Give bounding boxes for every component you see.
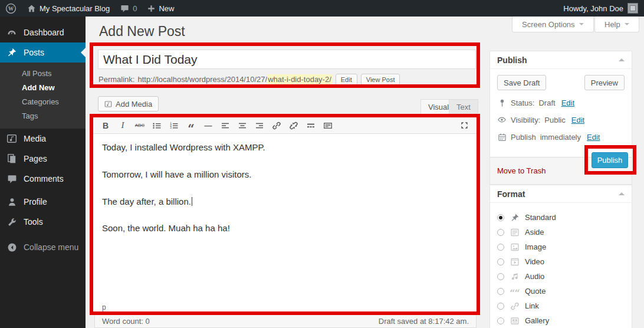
sidebar-item-label: Collapse menu [24, 242, 78, 252]
plus-icon [147, 5, 155, 12]
edit-status-link[interactable]: Edit [561, 99, 574, 107]
format-option-video[interactable]: Video [497, 254, 625, 269]
page-title: Add New Post [99, 24, 185, 40]
strikethrough-button[interactable]: ABC [133, 119, 146, 132]
move-to-trash-link[interactable]: Move to Trash [497, 166, 546, 175]
format-panel-body: Standard Aside Image Video [490, 203, 632, 328]
bulleted-list-button[interactable] [150, 119, 163, 132]
collapse-menu-button[interactable]: Collapse menu [0, 237, 86, 257]
format-option-standard[interactable]: Standard [497, 210, 625, 225]
submenu-categories[interactable]: Categories [0, 95, 86, 109]
preview-button[interactable]: Preview [584, 75, 625, 90]
help-button[interactable]: Help [594, 17, 639, 32]
sidebar-item-posts[interactable]: Posts [0, 42, 86, 63]
format-option-label: Link [525, 301, 539, 310]
format-option-link[interactable]: Link [497, 299, 625, 313]
publish-panel-header[interactable]: Publish [490, 51, 632, 69]
editor-paragraph: Tomorrow, I will have a million visitors… [102, 168, 468, 181]
wordpress-logo-menu[interactable]: W [0, 0, 22, 17]
pushpin-icon [6, 47, 18, 58]
howdy-account-menu[interactable]: Howdy, John Doe [563, 4, 623, 13]
insert-link-button[interactable] [270, 119, 283, 132]
italic-button[interactable]: I [116, 119, 129, 132]
sidebar-item-label: Dashboard [24, 28, 64, 37]
svg-text:3: 3 [170, 125, 172, 129]
link-icon [510, 301, 520, 311]
submenu-add-new[interactable]: Add New [0, 81, 86, 95]
radio-unselected[interactable] [497, 317, 504, 324]
format-option-quote[interactable]: ““ Quote [497, 284, 625, 299]
pushpin-icon [510, 212, 520, 222]
align-right-button[interactable] [253, 119, 266, 132]
gallery-icon [510, 316, 520, 326]
publish-panel-title: Publish [497, 55, 527, 65]
edit-schedule-link[interactable]: Edit [587, 133, 600, 142]
post-title-input[interactable] [98, 50, 476, 69]
add-media-button[interactable]: Add Media [98, 96, 159, 111]
status-label: Status: [511, 99, 534, 107]
radio-unselected[interactable] [497, 244, 504, 251]
sidebar-item-media[interactable]: Media [0, 129, 86, 149]
remove-link-button[interactable] [287, 119, 300, 132]
help-label: Help [604, 20, 620, 29]
edit-visibility-link[interactable]: Edit [571, 116, 584, 124]
permalink-slug: what-i-did-today-2/ [267, 74, 332, 84]
align-center-button[interactable] [236, 119, 249, 132]
align-left-button[interactable] [219, 119, 232, 132]
radio-unselected[interactable] [497, 273, 504, 280]
toolbar-toggle-button[interactable] [321, 119, 334, 132]
sidebar-item-pages[interactable]: Pages [0, 149, 86, 169]
permalink-edit-button[interactable]: Edit [336, 74, 357, 86]
visibility-value: Public [544, 116, 565, 124]
editor-paragraph: Today, I installed Wordpress with XAMPP. [102, 141, 468, 154]
comments-bubble-button[interactable]: 0 [115, 0, 142, 17]
numbered-list-button[interactable]: 123 [167, 119, 180, 132]
format-option-aside[interactable]: Aside [497, 225, 625, 240]
format-option-label: Gallery [525, 316, 549, 325]
view-post-button[interactable]: View Post [361, 74, 400, 86]
radio-unselected[interactable] [497, 229, 504, 236]
screen-options-label: Screen Options [522, 20, 575, 29]
sidebar-item-dashboard[interactable]: Dashboard [0, 22, 86, 42]
format-panel-header[interactable]: Format [490, 185, 632, 203]
site-name-link[interactable]: My Spectacular Blog [22, 0, 115, 17]
tab-text[interactable]: Text [449, 99, 478, 114]
submenu-all-posts[interactable]: All Posts [0, 67, 86, 81]
horizontal-rule-button[interactable]: — [202, 119, 215, 132]
sidebar-item-profile[interactable]: Profile [0, 192, 86, 212]
avatar[interactable] [627, 3, 638, 14]
radio-unselected[interactable] [497, 303, 504, 310]
new-content-button[interactable]: New [142, 0, 179, 17]
collapse-panel-icon[interactable] [619, 55, 625, 61]
draft-saved-status: Draft saved at 8:17:42 am. [379, 317, 469, 326]
submenu-tags[interactable]: Tags [0, 109, 86, 123]
sidebar-item-label: Comments [24, 174, 64, 183]
radio-unselected[interactable] [497, 258, 504, 265]
radio-selected[interactable] [497, 214, 504, 221]
format-option-label: Video [525, 257, 544, 266]
format-option-gallery[interactable]: Gallery [497, 313, 625, 328]
publish-button[interactable]: Publish [592, 152, 628, 168]
radio-unselected[interactable] [497, 288, 504, 295]
save-draft-button[interactable]: Save Draft [497, 75, 546, 90]
blockquote-button[interactable]: “ [185, 119, 198, 132]
sidebar-item-label: Profile [24, 197, 47, 206]
screen-options-button[interactable]: Screen Options [512, 17, 594, 32]
more-tag-button[interactable] [304, 119, 317, 132]
editor-content-area[interactable]: Today, I installed Wordpress with XAMPP.… [93, 134, 477, 304]
format-option-label: Audio [525, 272, 544, 281]
fullscreen-button[interactable] [458, 119, 471, 132]
format-option-label: Aside [525, 228, 544, 237]
format-option-image[interactable]: Image [497, 240, 625, 254]
permalink-row: Permalink: http://localhost/wordpress/20… [98, 73, 476, 86]
format-option-audio[interactable]: Audio [497, 269, 625, 284]
post-status-pin-icon [497, 98, 507, 107]
bold-button[interactable]: B [99, 119, 112, 132]
home-icon [27, 4, 36, 13]
new-label: New [159, 4, 174, 13]
sidebar-item-tools[interactable]: Tools [0, 212, 86, 232]
editor-element-path[interactable]: p [93, 303, 477, 311]
collapse-panel-icon[interactable] [619, 189, 625, 195]
sidebar-item-label: Tools [24, 217, 43, 227]
sidebar-item-comments[interactable]: Comments [0, 169, 86, 189]
